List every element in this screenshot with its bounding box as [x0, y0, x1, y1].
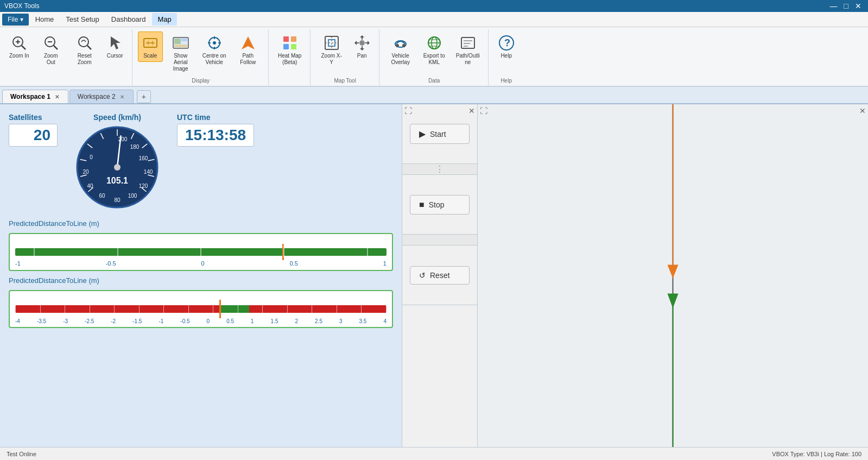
svg-rect-15 [174, 39, 181, 44]
svg-point-33 [359, 40, 365, 46]
scale-button[interactable]: Scale [138, 31, 163, 62]
tab-workspace-1-close[interactable]: ✕ [54, 94, 60, 100]
map-close-btn[interactable]: ✕ [859, 106, 866, 115]
tab-add-button[interactable]: + [137, 90, 151, 103]
scale-label: Scale [143, 53, 157, 59]
ribbon-group-data: Vehicle Overlay Export to KML Path/Outli… [383, 29, 489, 86]
svg-text:80: 80 [114, 197, 121, 203]
ribbon-group-label-help: Help [500, 78, 512, 86]
help-button[interactable]: ? Help [494, 31, 519, 62]
svg-rect-25 [283, 36, 289, 42]
zoom-out-button[interactable]: Zoom Out [35, 31, 67, 68]
zoom-in-label: Zoom In [9, 53, 29, 59]
show-aerial-button[interactable]: Show Aerial Image [165, 31, 197, 75]
gauge-1-tick-1: -0.5 [106, 260, 116, 267]
map-visualization [478, 104, 868, 447]
gauge-2-tick-2: -3 [63, 318, 68, 324]
path-follow-button[interactable]: Path Follow [232, 31, 264, 68]
heat-map-button[interactable]: Heat Map (Beta) [274, 31, 306, 68]
path-outline-label: Path/Outline [456, 53, 480, 66]
satellites-block: Satellites 20 [9, 113, 58, 147]
svg-point-7 [79, 37, 88, 47]
map-expand-btn[interactable]: ⛶ [480, 106, 487, 115]
start-button[interactable]: ▶ Start [410, 124, 470, 144]
export-kml-icon [426, 34, 443, 52]
gauge-1-tick-4: 1 [383, 260, 387, 267]
cursor-button[interactable]: Cursor [103, 31, 128, 62]
vehicle-overlay-label: Vehicle Overlay [389, 53, 413, 66]
zoom-out-icon [42, 34, 60, 52]
utc-label: UTC time [177, 113, 254, 122]
svg-marker-24 [242, 36, 255, 49]
gauge-2-tick-16: 4 [383, 318, 387, 324]
menu-home[interactable]: Home [30, 13, 60, 26]
dashboard-panel: Satellites 20 Speed (km/h) [0, 104, 402, 447]
tab-workspace-2[interactable]: Workspace 2 ✕ [69, 90, 134, 103]
stop-label: Stop [429, 200, 445, 209]
svg-text:40: 40 [87, 183, 93, 189]
ribbon: Zoom In Zoom Out Reset Zoom Cursor [0, 27, 868, 87]
menu-dashboard[interactable]: Dashboard [106, 13, 151, 26]
svg-marker-76 [667, 264, 678, 278]
menu-test-setup[interactable]: Test Setup [60, 13, 104, 26]
centre-on-vehicle-button[interactable]: Centre on Vehicle [199, 31, 230, 68]
svg-text:140: 140 [144, 169, 153, 175]
close-button[interactable]: ✕ [853, 2, 864, 10]
svg-rect-17 [174, 45, 187, 47]
heat-map-icon [281, 34, 299, 52]
right-panel: ⛶ ▶ Start ✕ ⋮ ■ Stop [402, 104, 868, 447]
svg-marker-78 [667, 294, 678, 308]
gauge-2-tick-3: -2.5 [85, 318, 94, 324]
satellites-value: 20 [9, 124, 58, 147]
zoom-in-button[interactable]: Zoom In [5, 31, 33, 62]
ribbon-group-label-maptool: Map Tool [334, 78, 356, 86]
svg-rect-42 [461, 37, 474, 48]
zoom-xy-button[interactable]: Zoom X-Y [316, 31, 347, 68]
svg-text:105.1: 105.1 [106, 176, 128, 185]
menu-bar: File ▾ Home Test Setup Dashboard Map [0, 12, 868, 27]
speed-label: Speed (km/h) [93, 113, 141, 122]
gauge-2-tick-6: -1 [159, 318, 163, 324]
reset-button[interactable]: ↺ Reset [410, 266, 470, 285]
reset-zoom-button[interactable]: Reset Zoom [69, 31, 100, 68]
path-follow-label: Path Follow [236, 53, 260, 66]
svg-text:?: ? [504, 37, 510, 48]
stop-button[interactable]: ■ Stop [410, 195, 470, 215]
svg-line-8 [87, 46, 91, 49]
expand-right-btn-1[interactable]: ✕ [468, 106, 475, 115]
help-icon: ? [498, 34, 515, 52]
ribbon-group-zoom: Zoom In Zoom Out Reset Zoom Cursor [3, 29, 132, 86]
gauge-2-tick-7: -0.5 [180, 318, 189, 324]
tab-workspace-1[interactable]: Workspace 1 ✕ [2, 90, 68, 103]
ribbon-group-label-data: Data [428, 78, 440, 86]
ribbon-group-display: Scale Show Aerial Image Centre on Vehicl… [136, 29, 269, 86]
export-kml-button[interactable]: Export to KML [419, 31, 450, 68]
main-content: Satellites 20 Speed (km/h) [0, 104, 868, 447]
path-outline-button[interactable]: Path/Outline [452, 31, 484, 68]
help-label: Help [500, 53, 512, 59]
svg-line-5 [54, 46, 58, 49]
maximize-button[interactable]: □ [842, 2, 851, 10]
gauge-1-tick-0: -1 [15, 260, 21, 267]
menu-file[interactable]: File ▾ [2, 14, 29, 26]
expand-left-btn-1[interactable]: ⛶ [404, 106, 412, 115]
gauge-2-tick-8: 0 [207, 318, 210, 324]
centre-on-vehicle-label: Centre on Vehicle [202, 53, 226, 66]
pan-button[interactable]: Pan [350, 31, 375, 62]
pan-icon [353, 34, 371, 52]
speedometer-container: Speed (km/h) [74, 113, 161, 211]
map-content: ⛶ ✕ [478, 104, 868, 447]
svg-marker-9 [111, 36, 121, 49]
zoom-in-icon [10, 34, 28, 52]
vehicle-overlay-button[interactable]: Vehicle Overlay [385, 31, 416, 68]
svg-line-1 [22, 46, 26, 49]
svg-point-35 [396, 44, 399, 47]
minimize-button[interactable]: — [828, 2, 840, 10]
tab-workspace-2-close[interactable]: ✕ [119, 94, 125, 100]
svg-point-72 [114, 164, 121, 171]
heat-map-label: Heat Map (Beta) [278, 53, 302, 66]
gauge-2-tick-0: -4 [15, 318, 20, 324]
vertical-resize-handle[interactable]: ⋮ [435, 164, 444, 174]
menu-map[interactable]: Map [152, 13, 176, 26]
ribbon-group-label-display: Display [192, 78, 210, 86]
